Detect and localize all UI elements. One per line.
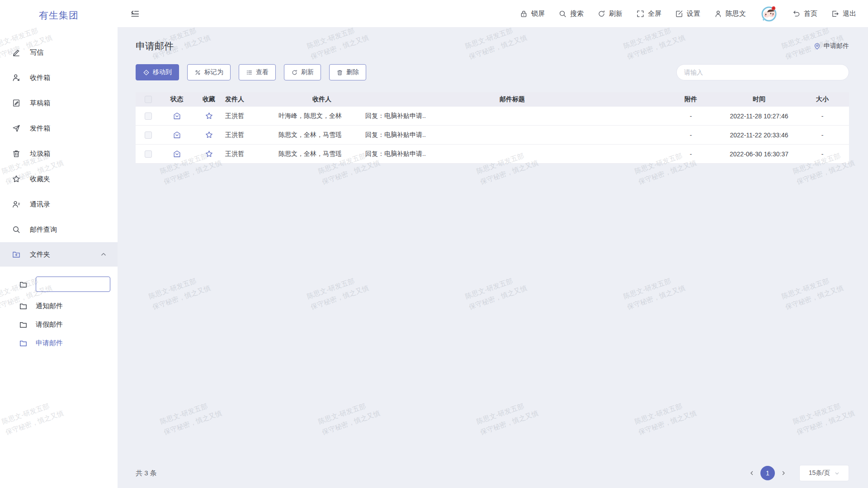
person-arrow-icon bbox=[12, 73, 21, 82]
sidebar-section-folders[interactable]: 文件夹 bbox=[0, 242, 118, 267]
breadcrumb: 申请邮件 bbox=[813, 42, 849, 50]
col-recipient: 收件人 bbox=[278, 95, 365, 103]
cell-subject[interactable]: 回复：电脑补贴申请.. bbox=[365, 150, 659, 158]
mail-row[interactable]: 王洪哲 陈思文，全林，马雪瑶 回复：电脑补贴申请.. - 2022-11-22 … bbox=[136, 126, 849, 145]
star-toggle-icon[interactable] bbox=[205, 112, 213, 120]
prev-page-button[interactable] bbox=[746, 467, 758, 479]
mail-status-icon[interactable] bbox=[173, 150, 181, 158]
topbar-actions: 锁屏 搜索 刷新 全屏 设置 陈思文 首页 bbox=[519, 4, 868, 23]
sidebar-folder-leave[interactable]: 请假邮件 bbox=[0, 320, 118, 329]
cell-subject[interactable]: 回复：电脑补贴申请.. bbox=[365, 131, 659, 139]
cell-recipients: 陈思文，全林，马雪瑶 bbox=[278, 150, 365, 158]
sidebar-item-mail-search[interactable]: 邮件查询 bbox=[0, 217, 118, 242]
logout-button[interactable]: 退出 bbox=[831, 9, 856, 18]
fullscreen-label: 全屏 bbox=[648, 9, 661, 18]
trash-icon bbox=[336, 69, 343, 76]
sidebar-item-label: 邮件查询 bbox=[30, 225, 57, 234]
chevron-up-icon[interactable] bbox=[100, 251, 107, 258]
home-undo-icon bbox=[792, 9, 801, 18]
folder-label: 请假邮件 bbox=[36, 320, 63, 329]
refresh-button[interactable]: 刷新 bbox=[597, 9, 623, 18]
search-icon bbox=[558, 9, 567, 18]
settings-button[interactable]: 设置 bbox=[675, 9, 700, 18]
collapse-sidebar-icon[interactable] bbox=[130, 9, 140, 19]
cell-time: 2022-11-22 20:33:46 bbox=[722, 131, 796, 139]
folder-label: 通知邮件 bbox=[36, 302, 63, 310]
breadcrumb-label: 申请邮件 bbox=[824, 42, 849, 50]
mail-status-icon[interactable] bbox=[173, 112, 181, 120]
refresh-list-button[interactable]: 刷新 bbox=[284, 64, 321, 80]
new-folder-input[interactable] bbox=[36, 277, 110, 292]
mail-status-icon[interactable] bbox=[173, 131, 181, 139]
view-label: 查看 bbox=[256, 68, 269, 76]
page-size-select[interactable]: 15条/页 bbox=[799, 465, 849, 481]
sidebar-item-drafts[interactable]: 草稿箱 bbox=[0, 90, 118, 116]
mark-as-button[interactable]: 标记为 bbox=[187, 64, 231, 80]
current-user-label: 陈思文 bbox=[726, 9, 746, 18]
page-number[interactable]: 1 bbox=[760, 466, 775, 480]
cell-sender: 王洪哲 bbox=[225, 150, 278, 158]
mark-icon bbox=[194, 69, 201, 76]
total-count: 共 3 条 bbox=[136, 469, 157, 478]
star-toggle-icon[interactable] bbox=[205, 150, 213, 158]
cell-size: - bbox=[796, 150, 849, 158]
mail-search-input[interactable] bbox=[676, 64, 849, 80]
refresh-label: 刷新 bbox=[609, 9, 623, 18]
lock-screen-button[interactable]: 锁屏 bbox=[519, 9, 545, 18]
row-checkbox[interactable] bbox=[145, 150, 152, 158]
mail-row[interactable]: 王洪哲 叶海峰，陈思文，全林 回复：电脑补贴申请.. - 2022-11-28 … bbox=[136, 107, 849, 126]
location-pin-icon bbox=[813, 42, 821, 50]
current-user-button[interactable]: 陈思文 bbox=[714, 9, 746, 18]
sidebar-item-trash[interactable]: 垃圾箱 bbox=[0, 141, 118, 166]
folder-icon bbox=[19, 280, 28, 289]
view-button[interactable]: 查看 bbox=[239, 64, 276, 80]
main-content: 申请邮件 申请邮件 移动到 标记为 查看 刷新 bbox=[118, 27, 868, 488]
sidebar-folder-apply[interactable]: 申请邮件 bbox=[0, 339, 118, 347]
home-button[interactable]: 首页 bbox=[792, 9, 817, 18]
sidebar-folder-notice[interactable]: 通知邮件 bbox=[0, 302, 118, 310]
settings-icon bbox=[675, 9, 684, 18]
select-all-checkbox[interactable] bbox=[145, 96, 152, 103]
sidebar-item-favorites[interactable]: 收藏夹 bbox=[0, 166, 118, 192]
pencil-icon bbox=[12, 48, 21, 57]
refresh-icon bbox=[291, 69, 298, 76]
delete-button[interactable]: 删除 bbox=[329, 64, 366, 80]
refresh-list-label: 刷新 bbox=[301, 68, 314, 76]
chevron-down-icon bbox=[835, 471, 840, 476]
sidebar-item-sent[interactable]: 发件箱 bbox=[0, 116, 118, 141]
col-star: 收藏 bbox=[193, 95, 225, 103]
col-attachment: 附件 bbox=[659, 95, 722, 103]
cell-time: 2022-06-30 16:30:37 bbox=[722, 150, 796, 158]
home-label: 首页 bbox=[804, 9, 817, 18]
star-toggle-icon[interactable] bbox=[205, 131, 213, 139]
global-search-label: 搜索 bbox=[570, 9, 584, 18]
cell-attachment: - bbox=[659, 131, 722, 139]
new-folder-row bbox=[0, 277, 118, 292]
list-footer: 共 3 条 1 15条/页 bbox=[136, 458, 849, 488]
draft-doc-icon bbox=[12, 99, 21, 108]
cell-subject[interactable]: 回复：电脑补贴申请.. bbox=[365, 112, 659, 120]
row-checkbox[interactable] bbox=[145, 113, 152, 120]
user-avatar[interactable] bbox=[760, 4, 778, 23]
fullscreen-button[interactable]: 全屏 bbox=[636, 9, 661, 18]
global-search-button[interactable]: 搜索 bbox=[558, 9, 584, 18]
folder-icon bbox=[19, 320, 28, 329]
contacts-icon bbox=[12, 200, 21, 209]
sidebar-item-contacts[interactable]: 通讯录 bbox=[0, 192, 118, 217]
folders-label: 文件夹 bbox=[30, 250, 50, 259]
delete-label: 删除 bbox=[346, 68, 359, 76]
logout-label: 退出 bbox=[843, 9, 856, 18]
next-page-button[interactable] bbox=[778, 467, 789, 479]
move-to-button[interactable]: 移动到 bbox=[136, 64, 179, 80]
mail-row[interactable]: 王洪哲 陈思文，全林，马雪瑶 回复：电脑补贴申请.. - 2022-06-30 … bbox=[136, 145, 849, 164]
table-header: 状态 收藏 发件人 收件人 邮件标题 附件 时间 大小 bbox=[136, 92, 849, 107]
sidebar-item-label: 草稿箱 bbox=[30, 99, 50, 108]
logout-icon bbox=[831, 9, 840, 18]
sidebar-item-inbox[interactable]: 收件箱 bbox=[0, 65, 118, 90]
fullscreen-icon bbox=[636, 9, 645, 18]
cell-attachment: - bbox=[659, 150, 722, 158]
folder-icon bbox=[19, 339, 28, 347]
mark-as-label: 标记为 bbox=[204, 68, 223, 76]
sidebar-item-compose[interactable]: 写信 bbox=[0, 40, 118, 65]
row-checkbox[interactable] bbox=[145, 131, 152, 139]
